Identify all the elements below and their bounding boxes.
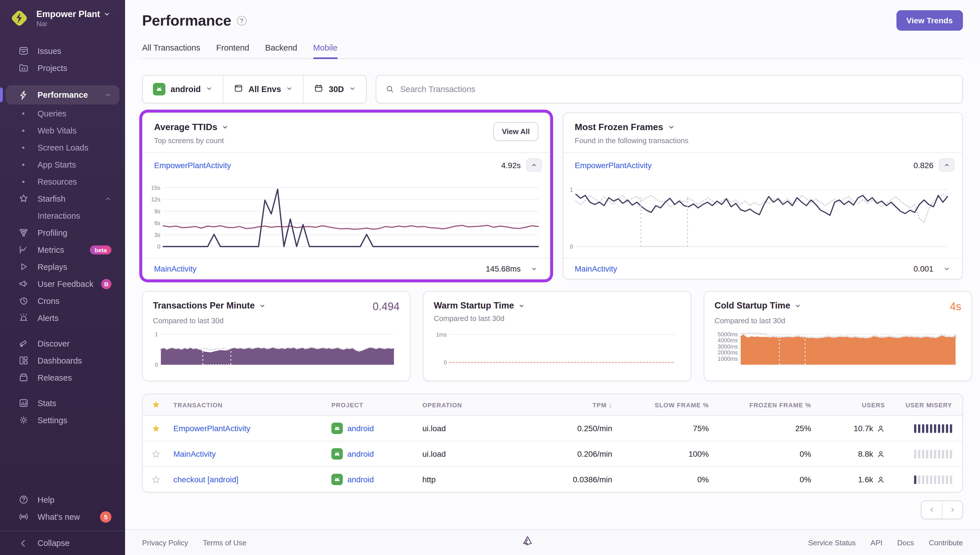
environment-filter[interactable]: All Envs — [223, 75, 303, 103]
expand-accordion-button[interactable] — [526, 266, 542, 272]
panel-subtitle: Compared to last 30d — [434, 314, 680, 322]
pagination — [142, 500, 963, 519]
tab-frontend[interactable]: Frontend — [216, 43, 249, 58]
date-range-filter[interactable]: 30D — [303, 75, 366, 103]
replays-icon — [17, 260, 30, 273]
sidebar-item-crons[interactable]: Crons — [6, 292, 119, 309]
sidebar-item-stats[interactable]: Stats — [6, 395, 119, 411]
date-range-value: 30D — [329, 85, 344, 94]
sidebar-item-replays[interactable]: Replays — [6, 258, 119, 275]
star-filled-icon[interactable] — [151, 400, 161, 409]
collapse-accordion-button[interactable] — [939, 159, 954, 172]
panel-title-warm-startup[interactable]: Warm Startup Time — [434, 300, 525, 311]
project-link[interactable]: android — [347, 424, 374, 433]
sidebar-item-interactions[interactable]: Interactions — [6, 207, 119, 224]
page-header: Performance ? View Trends All Transactio… — [125, 0, 980, 59]
star-outline-icon[interactable] — [151, 475, 161, 484]
footer-link[interactable]: Service Status — [808, 538, 856, 547]
help-icon[interactable]: ? — [237, 16, 247, 25]
releases-icon — [17, 371, 30, 384]
sidebar-item-discover[interactable]: Discover — [6, 335, 119, 351]
android-project-icon — [331, 448, 343, 460]
svg-text:12s: 12s — [151, 196, 160, 202]
previous-page-button[interactable] — [921, 501, 942, 519]
tpm-cell: 0.250/min — [520, 417, 617, 440]
sidebar-item-help[interactable]: Help — [6, 491, 119, 508]
panel-title-cold-startup[interactable]: Cold Startup Time — [715, 300, 801, 311]
panel-title-average-ttids[interactable]: Average TTIDs — [154, 122, 229, 132]
sidebar-item-queries[interactable]: Queries — [6, 105, 119, 122]
column-header-user-misery[interactable]: USER MISERY — [890, 396, 962, 414]
project-link[interactable]: android — [347, 449, 374, 459]
ttid-chart-svg: 03s6s9s12s15s — [146, 180, 544, 255]
sidebar-item-dashboards[interactable]: Dashboards — [6, 352, 119, 369]
sidebar-item-app-starts[interactable]: App Starts — [6, 156, 119, 173]
star-filled-icon[interactable] — [151, 423, 161, 433]
sidebar-item-metrics[interactable]: Metricsbeta — [6, 241, 119, 258]
footer-link[interactable]: Privacy Policy — [142, 538, 188, 547]
sidebar-item-starfish[interactable]: Starfish — [6, 190, 119, 207]
star-toggle[interactable] — [143, 417, 169, 440]
sidebar-item-issues[interactable]: Issues — [6, 43, 119, 59]
star-icon — [17, 192, 30, 205]
footer-link[interactable]: API — [871, 538, 882, 547]
sidebar-item-projects[interactable]: Projects — [6, 59, 119, 76]
tab-all-transactions[interactable]: All Transactions — [142, 43, 200, 58]
panel-title-tpm[interactable]: Transactions Per Minute — [153, 300, 265, 311]
sidebar-item-performance[interactable]: Performance — [6, 85, 119, 104]
sidebar-item-profiling[interactable]: Profiling — [6, 225, 119, 241]
panel-title-most-frozen-frames[interactable]: Most Frozen Frames — [575, 122, 688, 132]
column-header-operation[interactable]: OPERATION — [418, 396, 520, 414]
footer-link[interactable]: Docs — [897, 538, 914, 547]
svg-text:5000ms: 5000ms — [718, 331, 738, 337]
transaction-link[interactable]: MainActivity — [174, 449, 216, 459]
column-header-slow-frame[interactable]: SLOW FRAME % — [617, 396, 713, 414]
next-page-button[interactable] — [942, 501, 962, 519]
star-toggle[interactable] — [143, 442, 169, 465]
transaction-link[interactable]: EmpowerPlantActivity — [575, 160, 652, 170]
sidebar-item-alerts[interactable]: Alerts — [6, 310, 119, 326]
column-header-project[interactable]: PROJECT — [327, 396, 418, 414]
discover-icon — [17, 337, 30, 350]
transaction-link[interactable]: EmpowerPlantActivity — [174, 424, 251, 433]
project-filter[interactable]: android — [143, 75, 223, 103]
tab-backend[interactable]: Backend — [265, 43, 297, 58]
panel-cold-startup-time: Cold Startup Time 4s Compared to last 30… — [704, 291, 972, 381]
footer-link[interactable]: Contribute — [929, 538, 963, 547]
alerts-icon — [17, 311, 30, 324]
column-header-tpm[interactable]: TPM ↓ — [520, 396, 617, 414]
star-column-header[interactable] — [143, 394, 169, 415]
footer-link[interactable]: Terms of Use — [203, 538, 246, 547]
transaction-link[interactable]: MainActivity — [575, 264, 617, 273]
svg-text:1: 1 — [155, 331, 158, 337]
sidebar-item-web-vitals[interactable]: Web Vitals — [6, 122, 119, 139]
sidebar-item-screen-loads[interactable]: Screen Loads — [6, 139, 119, 156]
column-header-users[interactable]: USERS — [816, 396, 890, 414]
sidebar-item-settings[interactable]: Settings — [6, 412, 119, 428]
collapse-accordion-button[interactable] — [526, 159, 542, 172]
column-header-frozen-frame[interactable]: FROZEN FRAME % — [713, 396, 816, 414]
search-input[interactable] — [400, 85, 953, 94]
org-switcher[interactable]: Empower Plant Nar — [0, 0, 125, 34]
sidebar-collapse-button[interactable]: Collapse — [6, 531, 119, 555]
sidebar-item-resources[interactable]: Resources — [6, 173, 119, 190]
users-cell: 8.8k — [816, 443, 890, 465]
transaction-link[interactable]: checkout [android] — [174, 475, 238, 484]
expand-accordion-button[interactable] — [939, 266, 954, 272]
broadcast-icon — [17, 510, 30, 523]
star-toggle[interactable] — [143, 468, 169, 491]
view-trends-button[interactable]: View Trends — [896, 10, 963, 30]
panel-average-ttids: Average TTIDs Top screens by count View … — [142, 112, 550, 279]
frozen-frame-cell: 0% — [713, 468, 816, 491]
sidebar-item-whats-new[interactable]: What's new5 — [6, 508, 119, 525]
transaction-link[interactable]: MainActivity — [154, 264, 196, 273]
chevron-up-icon — [104, 195, 111, 202]
project-link[interactable]: android — [347, 475, 374, 484]
sidebar-item-user-feedback[interactable]: User FeedbackB — [6, 276, 119, 292]
sidebar-item-releases[interactable]: Releases — [6, 369, 119, 386]
star-outline-icon[interactable] — [151, 449, 161, 459]
tab-mobile[interactable]: Mobile — [313, 43, 337, 58]
transaction-link[interactable]: EmpowerPlantActivity — [154, 160, 231, 170]
column-header-transaction[interactable]: TRANSACTION — [169, 396, 327, 414]
view-all-button[interactable]: View All — [493, 122, 538, 141]
